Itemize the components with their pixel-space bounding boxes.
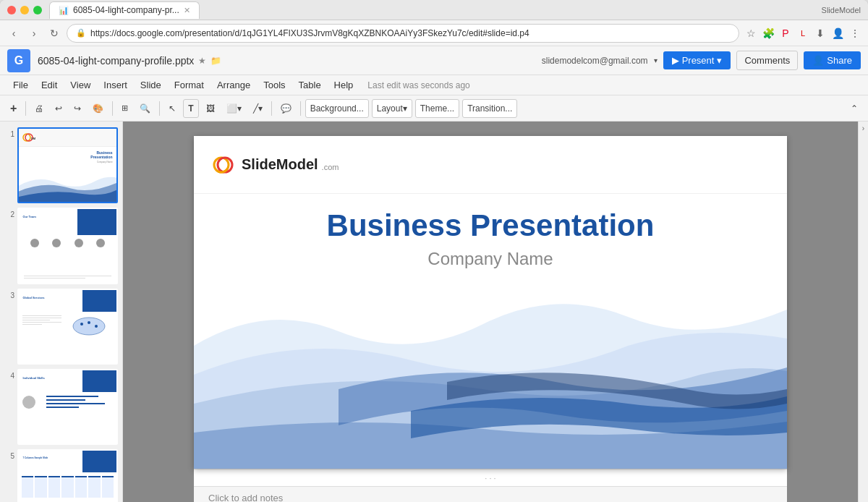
wave-svg	[194, 288, 787, 469]
slide-canvas[interactable]: SlideModel .com Business Presentation Co…	[194, 136, 787, 469]
background-label: Background...	[310, 103, 364, 114]
close-window-button[interactable]	[7, 6, 16, 14]
slide-thumbnail-4[interactable]: 4 Individual Skills	[4, 369, 118, 445]
collapse-sidebar-button[interactable]: ›	[862, 124, 864, 132]
s5-columns	[22, 476, 114, 498]
slide-title: Business Presentation	[194, 208, 787, 243]
browser-tab[interactable]: 📊 6085-04-light-company-pr... ✕	[49, 1, 200, 19]
s5-title: 7 Columns Sample Slide	[22, 456, 48, 459]
menu-table[interactable]: Table	[293, 77, 327, 93]
share-button[interactable]: 👤 Share	[804, 51, 861, 69]
minimize-window-button[interactable]	[20, 6, 29, 14]
slide-thumbnail-5[interactable]: 5 7 Columns Sample Slide	[4, 449, 118, 502]
slide-thumbnail-1[interactable]: 1 SM	[4, 127, 118, 203]
menu-tools[interactable]: Tools	[258, 77, 291, 93]
menu-file[interactable]: File	[7, 77, 34, 93]
zoom-fit-button[interactable]: ⊞	[117, 99, 132, 118]
comment-tool[interactable]: 💬	[276, 99, 296, 118]
browser-window: 📊 6085-04-light-company-pr... ✕ SlideMod…	[0, 0, 868, 502]
wave-background	[194, 288, 787, 469]
s5-blue-corner	[82, 451, 116, 472]
tab-close-button[interactable]: ✕	[184, 6, 190, 15]
folder-icon[interactable]: 📁	[210, 56, 221, 66]
star-icon[interactable]: ★	[198, 56, 206, 66]
undo-button[interactable]: ↩	[51, 99, 67, 118]
extensions-icon[interactable]: 🧩	[761, 26, 775, 41]
svg-point-4	[80, 323, 83, 326]
menu-dots-icon[interactable]: ⋮	[848, 26, 862, 41]
menu-insert[interactable]: Insert	[98, 77, 133, 93]
s1-wave-preview	[19, 169, 116, 203]
transition-label: Transition...	[467, 103, 512, 114]
pinterest-icon[interactable]: P	[778, 26, 793, 41]
forward-button[interactable]: ›	[26, 25, 42, 41]
slide-image-3: Global Services	[17, 289, 118, 365]
slide-thumbnail-2[interactable]: 2 Our Team	[4, 208, 118, 284]
select-tool[interactable]: ↖	[164, 99, 180, 118]
menu-slide[interactable]: Slide	[135, 77, 167, 93]
main-area: 1 SM	[0, 122, 868, 502]
add-element-button[interactable]: +	[6, 99, 21, 118]
text-tool[interactable]: T	[183, 99, 198, 118]
share-person-icon: 👤	[812, 55, 824, 66]
paint-format-button[interactable]: 🎨	[88, 99, 108, 118]
slide-1-content: SM Business Presentation Company Name	[19, 129, 116, 202]
back-button[interactable]: ‹	[6, 25, 22, 41]
slide-preview-5: 7 Columns Sample Slide	[19, 451, 116, 502]
star-bookmark-icon[interactable]: ☆	[744, 26, 758, 41]
slide-preview-3: Global Services	[19, 290, 116, 363]
background-button[interactable]: Background...	[305, 99, 369, 118]
user-email-dropdown-icon[interactable]: ▾	[654, 56, 658, 64]
present-button[interactable]: ▶ Present ▾	[663, 51, 731, 69]
theme-label: Theme...	[420, 103, 454, 114]
layout-button[interactable]: Layout▾	[372, 99, 412, 118]
svg-text:SM: SM	[31, 137, 35, 140]
redo-button[interactable]: ↪	[69, 99, 85, 118]
last-edit-status: Last edit was seconds ago	[367, 80, 469, 90]
address-bar[interactable]: 🔒 https://docs.google.com/presentation/d…	[67, 24, 739, 43]
line-tool[interactable]: ╱▾	[249, 99, 267, 118]
comments-button[interactable]: Comments	[736, 51, 798, 70]
download-icon[interactable]: ⬇	[813, 26, 827, 41]
s2-avatars	[24, 239, 112, 247]
slide-number-2: 2	[4, 210, 14, 218]
s1-header: SM	[19, 129, 116, 147]
canvas-area[interactable]: SlideModel .com Business Presentation Co…	[123, 122, 858, 502]
slide-2-content: Our Team	[19, 209, 116, 282]
maximize-window-button[interactable]	[33, 6, 42, 14]
slide-subtitle: Company Name	[194, 249, 787, 269]
image-tool[interactable]: 🖼	[202, 99, 219, 118]
toolbar-separator-4	[271, 101, 272, 116]
transition-button[interactable]: Transition...	[462, 99, 517, 118]
menu-format[interactable]: Format	[169, 77, 210, 93]
present-dropdown-icon[interactable]: ▾	[717, 55, 722, 66]
logo-letter: G	[14, 54, 23, 67]
secure-icon: 🔒	[76, 28, 86, 38]
shapes-tool[interactable]: ⬜▾	[222, 99, 246, 118]
svg-point-6	[95, 325, 98, 328]
slide-image-4: Individual Skills	[17, 369, 118, 445]
theme-button[interactable]: Theme...	[415, 99, 459, 118]
notes-placeholder[interactable]: Click to add notes	[208, 493, 283, 502]
collapse-toolbar-button[interactable]: ⌃	[846, 99, 862, 118]
slide-number-3: 3	[4, 292, 14, 299]
reload-button[interactable]: ↻	[46, 25, 62, 41]
print-button[interactable]: 🖨	[30, 99, 48, 118]
slide-4-content: Individual Skills	[19, 370, 116, 443]
zoom-button[interactable]: 🔍	[135, 99, 155, 118]
lastpass-icon[interactable]: L	[796, 26, 810, 41]
s2-title: Our Team	[22, 215, 35, 218]
menu-view[interactable]: View	[64, 77, 96, 93]
profile-icon[interactable]: 👤	[830, 26, 845, 41]
tab-bar: 📊 6085-04-light-company-pr... ✕	[49, 1, 822, 19]
notes-area[interactable]: Click to add notes	[194, 486, 787, 502]
menu-arrange[interactable]: Arrange	[211, 77, 256, 93]
s1-title-preview: Business Presentation Company Name	[90, 150, 112, 163]
menu-bar: File Edit View Insert Slide Format Arran…	[0, 75, 868, 95]
menu-help[interactable]: Help	[328, 77, 359, 93]
menu-edit[interactable]: Edit	[35, 77, 63, 93]
slide-thumbnail-3[interactable]: 3 Global Services	[4, 289, 118, 365]
s4-bars	[46, 396, 111, 408]
slide-number-1: 1	[4, 130, 14, 138]
s3-blue-corner	[82, 290, 116, 312]
